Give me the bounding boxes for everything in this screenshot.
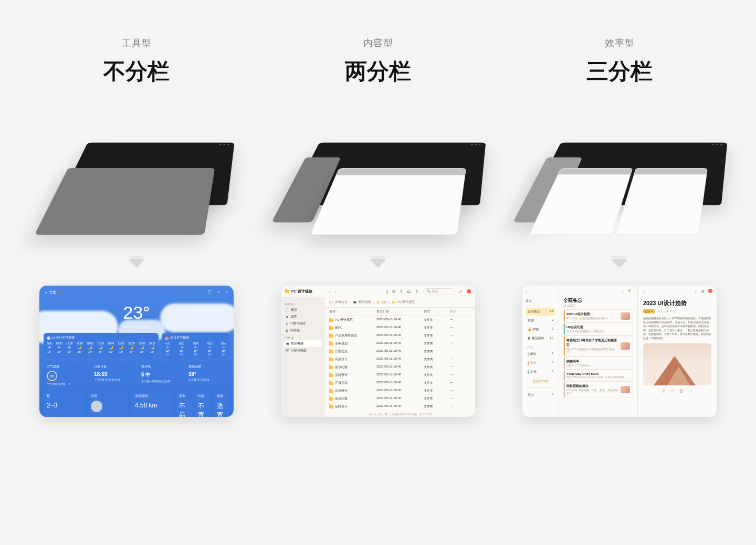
title-content: 两分栏 bbox=[345, 57, 411, 86]
nav-back[interactable]: ‹ bbox=[329, 289, 331, 294]
table-row[interactable]: 业务规划 2020-05-16 10:40文件夹— bbox=[325, 340, 475, 348]
note-tag[interactable]: 默认 × bbox=[643, 309, 655, 313]
sidebar-title: 备忘 bbox=[526, 299, 555, 303]
table-row[interactable]: 高点设计 2020-05-16 10:40文件夹— bbox=[325, 355, 475, 363]
hourly-item: 23:00🌙15° bbox=[139, 342, 145, 353]
notes-sidebar: ‹ 备忘 全部备忘18收藏2🔒 加锁3🗑 最近删除10 文件夹 默认7个人6工作… bbox=[522, 286, 559, 417]
sidebar-item[interactable]: 收藏2 bbox=[526, 317, 555, 324]
breadcrumb[interactable]: ◯存储位置› 💻我的电脑› 📁UE› 📁PC设计规范 bbox=[325, 297, 475, 307]
share-icon[interactable]: ↗ bbox=[708, 289, 711, 295]
subtitle-tool: 工具型 bbox=[122, 37, 152, 49]
expand-icon[interactable]: ⤢ bbox=[459, 289, 463, 294]
group-icon[interactable]: 🗂 bbox=[407, 289, 411, 294]
table-row[interactable]: 汇报交流 2020-05-16 10:40文件夹— bbox=[325, 348, 475, 355]
weather-card: 空气质量16空气很好 多呼吸一下 bbox=[44, 362, 88, 388]
hourly-item: 24:00🌙15° bbox=[149, 342, 156, 353]
sidebar-item-todo[interactable]: 待办8 bbox=[526, 391, 555, 399]
hourly-item: 19:00🌙14° bbox=[97, 342, 104, 353]
folder-icon bbox=[329, 366, 333, 369]
search-input[interactable]: 🔍 搜索… bbox=[423, 288, 455, 295]
note-card[interactable]: Yesterday Once More周五 When I was young I… bbox=[563, 370, 633, 381]
more-icon[interactable]: ⋯ bbox=[689, 389, 693, 393]
sidebar-item[interactable]: 💻我的电脑 bbox=[284, 340, 322, 347]
close-icon[interactable]: ⤢ bbox=[225, 290, 228, 295]
add-icon[interactable]: ＋ bbox=[694, 289, 698, 295]
sidebar-folder[interactable]: 个人6 bbox=[526, 359, 555, 367]
folder-icon bbox=[285, 290, 289, 293]
sidebar-folder[interactable]: 工作5 bbox=[526, 368, 555, 376]
note-card[interactable]: 有些地方只有你去了才能真正地领悟它周三9:51 拾遗独立牛只顾自自探寻了最奇异… bbox=[563, 336, 633, 357]
grid-view-icon[interactable]: ⊞ bbox=[392, 289, 396, 294]
column-efficiency: 效率型 三分栏 ⤢ ‹ 备忘 全部备忘18收藏2🔒 加锁 bbox=[509, 37, 730, 417]
hourly-item: 20:00🌙13° bbox=[108, 342, 114, 353]
more-icon[interactable]: … bbox=[634, 289, 638, 294]
arrow-down-icon bbox=[609, 253, 630, 274]
list-view-icon[interactable]: ≡ bbox=[400, 289, 403, 294]
min-icon[interactable]: ▢ bbox=[208, 290, 212, 295]
folder-icon bbox=[329, 334, 333, 338]
menu-icon[interactable]: ≡ bbox=[45, 291, 47, 295]
sidebar-item[interactable]: 🗑 最近删除10 bbox=[526, 334, 555, 342]
add-note-button[interactable]: ＋ bbox=[621, 289, 625, 294]
hourly-item: 17:00🌙16° bbox=[77, 342, 83, 353]
daily-item: 周六☀18°12° bbox=[221, 342, 226, 356]
note-card[interactable]: UX会议纪要昨天 会中主要围绕三个议题讨论… bbox=[563, 322, 633, 336]
temperature: 23° bbox=[39, 302, 234, 323]
star-icon[interactable]: ☆ bbox=[670, 389, 674, 393]
diagram-no-split bbox=[47, 123, 226, 244]
max-icon[interactable]: ↗ bbox=[217, 290, 220, 295]
note-title: 2023 UI设计趋势 bbox=[643, 299, 711, 307]
table-row[interactable]: 汇报交流 2020-05-16 10:40文件夹— bbox=[325, 379, 475, 387]
sort-icon[interactable]: ↕| bbox=[385, 289, 388, 294]
note-card[interactable]: 2023 UI设计趋势9:51 时前 ⭐ 热烈的图像会自动给人… bbox=[563, 309, 633, 322]
table-header[interactable]: 名称 修改日期 类型 大小 bbox=[325, 307, 475, 316]
example-notes: ⤢ ‹ 备忘 全部备忘18收藏2🔒 加锁3🗑 最近删除10 文件夹 默认7个人6… bbox=[522, 286, 717, 417]
close-icon[interactable] bbox=[467, 289, 471, 294]
hourly-item: 15:00☀16° bbox=[56, 342, 62, 353]
sidebar-item[interactable]: 💽可移动磁盘 bbox=[284, 347, 322, 354]
hourly-item: 16:00☀16° bbox=[66, 342, 73, 353]
tag-icon[interactable]: ⚲ bbox=[662, 389, 665, 393]
table-row[interactable]: 品牌设计 2020-05-16 10:40文件夹— bbox=[325, 371, 475, 379]
sidebar-item[interactable]: 🖥桌面 bbox=[284, 313, 322, 320]
grid-icon[interactable]: ⊞ bbox=[628, 289, 631, 294]
sidebar-item[interactable]: ⬇下载与接收 bbox=[284, 320, 322, 327]
table-row[interactable]: 品牌设计 2020-05-16 10:40文件夹— bbox=[325, 403, 475, 411]
subtitle-content: 内容型 bbox=[363, 37, 393, 49]
note-thumbnail bbox=[621, 386, 630, 393]
daily-item: 周五☀18°12° bbox=[207, 342, 212, 356]
back-icon[interactable]: ‹ bbox=[526, 290, 555, 295]
folder-icon bbox=[329, 342, 333, 345]
location-label[interactable]: 北京 bbox=[49, 290, 56, 295]
table-row[interactable]: 产品易用性跟踪 2020-05-16 10:40文件夹— bbox=[325, 332, 475, 340]
table-row[interactable]: 会议纪要 2020-05-16 10:40文件夹— bbox=[325, 363, 475, 371]
daily-item: 今天☀32°13° bbox=[165, 342, 170, 356]
table-row[interactable]: 会议纪要 2020-05-16 10:40文件夹— bbox=[325, 395, 475, 403]
expand-panel-icon[interactable]: ⤢ bbox=[642, 289, 646, 294]
trash-icon[interactable]: 🗑 bbox=[679, 389, 684, 393]
note-body: 热烈的图像会自动给人一种早期的怀旧的感觉。早期的网页设计师都是80年代的孩子。在… bbox=[643, 317, 711, 340]
location-icon: 📍 bbox=[58, 290, 63, 295]
table-row[interactable]: 新PC 2020-05-16 10:40文件夹— bbox=[325, 324, 475, 332]
weather-card: 紫外线6 中今天紫外线略强注意防晒 bbox=[138, 362, 182, 388]
weather-card: 风2~3 bbox=[44, 391, 85, 417]
sidebar-item[interactable]: 🔒 加锁3 bbox=[526, 326, 555, 333]
sidebar-item[interactable]: 🗑回收站 bbox=[284, 327, 322, 334]
sidebar-item[interactable]: 🕑最近 bbox=[284, 307, 322, 313]
table-row[interactable]: 高点设计 2020-05-16 10:40文件夹— bbox=[325, 387, 475, 395]
layout-icon[interactable]: ⊞ bbox=[701, 289, 705, 295]
sidebar-item[interactable]: 全部备忘18 bbox=[526, 308, 555, 316]
table-row[interactable]: PC 设计规范 2020-05-16 10:40文件夹— bbox=[325, 316, 475, 324]
note-image bbox=[643, 343, 711, 385]
nav-forward[interactable]: › bbox=[335, 289, 337, 294]
folder-icon bbox=[329, 374, 333, 377]
list-count: 18 条备忘 bbox=[563, 304, 633, 307]
arrow-down-icon bbox=[126, 253, 147, 274]
example-weather: ≡ 北京 📍 ▢ ↗ ⤢ 23° 24°/16° 晴 | 空气优 bbox=[39, 286, 234, 417]
new-folder-button[interactable]: 新建文件夹 bbox=[526, 379, 555, 384]
refresh-icon[interactable]: ↻ bbox=[415, 289, 419, 294]
subtitle-efficiency: 效率型 bbox=[605, 37, 635, 49]
note-card[interactable]: 购物清单5/12 ☑ ☐ ☐ 厕纸购入 bbox=[563, 357, 633, 370]
sidebar-folder[interactable]: 默认7 bbox=[526, 350, 555, 358]
note-card[interactable]: 纸杯蛋糕的做法9:51 时前 准备鸡蛋、牛奶、面粉、黄油等等加工… bbox=[563, 381, 633, 397]
